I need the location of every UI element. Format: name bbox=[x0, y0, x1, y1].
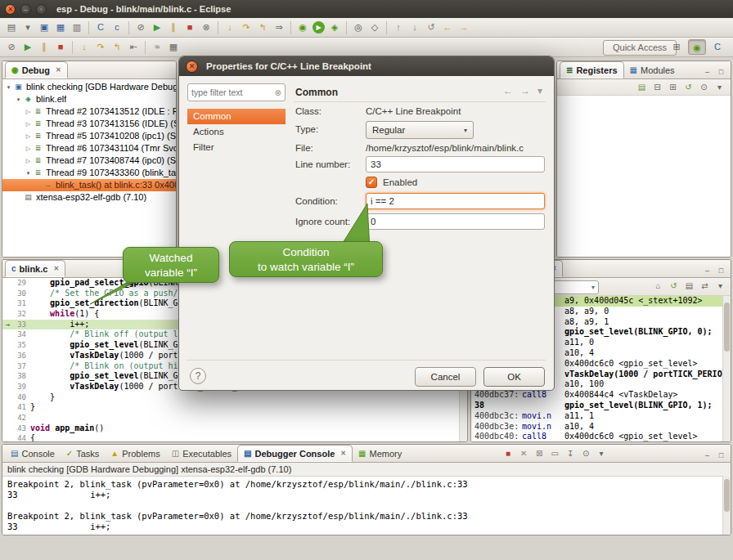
tab-debugger-console[interactable]: ▤Debugger Console✕ bbox=[237, 445, 353, 462]
line-number[interactable]: 42 bbox=[13, 413, 30, 423]
drop-to-frame-icon[interactable]: ⇤ bbox=[126, 40, 141, 55]
collapse-all-icon[interactable]: ⊟ bbox=[650, 81, 664, 94]
window-minimize-icon[interactable]: – bbox=[20, 4, 31, 15]
remove-all-launches-icon[interactable]: ⊠ bbox=[533, 447, 546, 460]
expand-arrow-icon[interactable]: ▷ bbox=[24, 142, 33, 155]
previous-annotation-icon[interactable]: ↑ bbox=[391, 20, 406, 35]
tab-registers[interactable]: ≣Registers bbox=[560, 61, 624, 78]
save-all-icon[interactable]: ▦ bbox=[53, 20, 68, 35]
forward-arrow-icon[interactable]: → bbox=[520, 85, 530, 96]
debug-tree-item[interactable]: ▾≣Thread #9 1073433360 (blink_task bbox=[2, 167, 176, 179]
new-c-file-icon[interactable]: c bbox=[110, 20, 124, 35]
suspend-icon[interactable]: ∥ bbox=[166, 20, 181, 35]
expand-arrow-icon[interactable]: ▷ bbox=[24, 130, 33, 142]
disassembly-line[interactable]: 400dbc3c:movi.na11, 1 bbox=[471, 411, 722, 422]
search-icon[interactable]: ◎ bbox=[351, 20, 366, 35]
instruction-stepping-icon[interactable]: ⇒ bbox=[272, 20, 286, 35]
step-into-icon[interactable]: ↓ bbox=[223, 20, 237, 35]
code-line[interactable]: 43void app_main() bbox=[2, 423, 459, 434]
pin-console-icon[interactable]: ⊙ bbox=[579, 447, 593, 460]
debug-tree-item[interactable]: ▾▣blink checking [GDB Hardware Debug bbox=[2, 81, 176, 93]
line-number[interactable]: 41 bbox=[13, 402, 30, 413]
step-over-2-icon[interactable]: ↷ bbox=[93, 40, 108, 55]
line-number[interactable]: 36 bbox=[13, 351, 30, 361]
clear-console-icon[interactable]: ▭ bbox=[548, 447, 562, 460]
tab-memory[interactable]: ▦Memory bbox=[353, 445, 407, 462]
ok-button[interactable]: OK bbox=[483, 367, 545, 387]
code-line[interactable]: 41} bbox=[2, 402, 459, 413]
code-line[interactable]: 40 } bbox=[2, 392, 459, 403]
disconnect-icon[interactable]: ⊗ bbox=[199, 20, 214, 35]
print-icon[interactable]: ▥ bbox=[70, 20, 84, 35]
line-number[interactable]: 44 bbox=[13, 433, 30, 441]
debug-tree-item[interactable]: ▷≣Thread #2 1073413512 (IDLE : Runn bbox=[2, 105, 176, 118]
debug-tree-item[interactable]: ▷≣Thread #3 1073413156 (IDLE) (Susp bbox=[2, 118, 176, 130]
suspend-all-icon[interactable]: ∥ bbox=[37, 40, 52, 55]
collapse-arrow-icon[interactable]: ▾ bbox=[14, 93, 23, 105]
step-return-icon[interactable]: ↰ bbox=[255, 20, 270, 35]
dialog-close-icon[interactable]: ✕ bbox=[186, 60, 198, 73]
filter-input[interactable] bbox=[191, 87, 267, 97]
disassembly-line[interactable]: 400dbc40:call80x400dc6c0 <gpio_set_level… bbox=[471, 432, 722, 441]
pin-view-icon[interactable]: ⊙ bbox=[697, 81, 711, 94]
disassembly-line[interactable]: 400dbc3e:movi.na10, 4 bbox=[471, 422, 722, 432]
tab-console[interactable]: ▤Console bbox=[5, 445, 61, 462]
last-edit-location-icon[interactable]: ↺ bbox=[424, 20, 438, 35]
new-c-project-icon[interactable]: C bbox=[93, 20, 108, 35]
debug-icon[interactable]: ◉ bbox=[295, 20, 310, 35]
line-number[interactable]: 40 bbox=[13, 392, 30, 403]
line-number[interactable]: 34 bbox=[13, 329, 30, 340]
show-columns-icon[interactable]: ▤ bbox=[635, 81, 649, 94]
run-icon[interactable]: ▶ bbox=[313, 21, 325, 34]
dialog-nav-filter[interactable]: Filter bbox=[187, 140, 286, 155]
resume-icon[interactable]: ▶ bbox=[150, 20, 164, 35]
step-over-icon[interactable]: ↷ bbox=[239, 20, 254, 35]
expand-arrow-icon[interactable]: ▷ bbox=[24, 105, 33, 118]
line-number[interactable]: 29 bbox=[13, 278, 30, 289]
line-number[interactable]: 31 bbox=[13, 298, 30, 309]
tab-tasks[interactable]: ✓Tasks bbox=[61, 445, 106, 462]
external-tools-icon[interactable]: ◈ bbox=[327, 20, 342, 35]
debug-tree-item[interactable]: ▾◈blink.elf bbox=[2, 93, 176, 105]
dialog-nav-common[interactable]: Common bbox=[187, 109, 286, 124]
back-arrow-icon[interactable]: ← bbox=[503, 85, 513, 96]
use-step-filters-icon[interactable]: ≈ bbox=[150, 40, 164, 55]
forward-icon[interactable]: → bbox=[456, 20, 471, 35]
code-line[interactable]: 44{ bbox=[2, 433, 459, 441]
expand-arrow-icon[interactable]: ▷ bbox=[24, 155, 33, 167]
collapse-arrow-icon[interactable]: ▾ bbox=[4, 81, 13, 93]
collapse-arrow-icon[interactable]: ▾ bbox=[24, 167, 33, 179]
debug-perspective-icon[interactable]: ◉ bbox=[688, 39, 706, 55]
debug-tree-item[interactable]: ▤xtensa-esp32-elf-gdb (7.10) bbox=[2, 191, 176, 204]
new-icon[interactable]: ▤ bbox=[4, 20, 19, 35]
show-source-icon[interactable]: ▤ bbox=[682, 280, 696, 293]
chevron-down-icon[interactable]: ▾ bbox=[537, 85, 542, 96]
back-icon[interactable]: ← bbox=[440, 20, 455, 35]
tab-executables[interactable]: ◫Executables bbox=[166, 445, 237, 462]
enabled-checkbox[interactable]: ✓ Enabled bbox=[366, 177, 417, 188]
close-tab-icon[interactable]: ✕ bbox=[56, 66, 61, 74]
window-maximize-icon[interactable]: ▫ bbox=[36, 4, 47, 15]
tab-modules[interactable]: ▦Modules bbox=[624, 61, 681, 78]
disassembly-line[interactable]: 38gpio_set_level(BLINK_GPIO, 1); bbox=[471, 401, 722, 411]
tab-problems[interactable]: ▲Problems bbox=[105, 445, 165, 462]
cpp-perspective-icon[interactable]: C bbox=[708, 39, 726, 55]
line-number[interactable]: 33 bbox=[13, 320, 30, 330]
console-output[interactable]: Breakpoint 2, blink_task (pvParameter=0x… bbox=[2, 476, 722, 535]
quick-access-button[interactable]: Quick Access bbox=[603, 40, 677, 56]
open-perspective-icon[interactable]: ⊞ bbox=[668, 39, 686, 55]
minimize-view-icon[interactable]: – bbox=[702, 267, 713, 275]
step-return-2-icon[interactable]: ↰ bbox=[110, 40, 124, 55]
debug-tree-item[interactable]: ▷≣Thread #7 1073408744 (ipc0) (Susp bbox=[2, 155, 176, 167]
window-close-icon[interactable]: ✕ bbox=[5, 4, 16, 15]
maximize-view-icon[interactable]: □ bbox=[716, 267, 726, 275]
maximize-view-icon[interactable]: □ bbox=[716, 68, 726, 76]
line-number[interactable]: 37 bbox=[13, 361, 30, 372]
open-element-icon[interactable]: ◇ bbox=[367, 20, 382, 35]
condition-input[interactable] bbox=[366, 193, 545, 209]
line-number[interactable]: 43 bbox=[13, 423, 30, 434]
scroll-lock-icon[interactable]: ↧ bbox=[564, 447, 578, 460]
debug-tree-item[interactable]: ▷≣Thread #6 1073431104 (Tmr Svc) (S bbox=[2, 142, 176, 155]
expand-arrow-icon[interactable]: ▷ bbox=[24, 118, 33, 130]
debug-tree-item[interactable]: ▷≣Thread #5 1073410208 (ipc1) (Susp bbox=[2, 130, 176, 142]
